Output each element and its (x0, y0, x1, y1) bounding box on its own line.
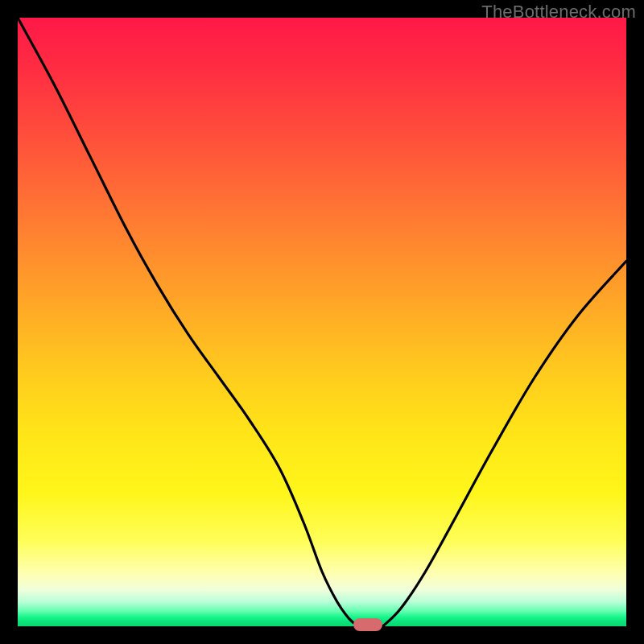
chart-stage: TheBottleneck.com (0, 0, 644, 644)
bottleneck-curve (18, 18, 626, 626)
curve-path (18, 18, 626, 626)
target-marker (353, 618, 382, 631)
chart-plot-area (18, 18, 626, 626)
